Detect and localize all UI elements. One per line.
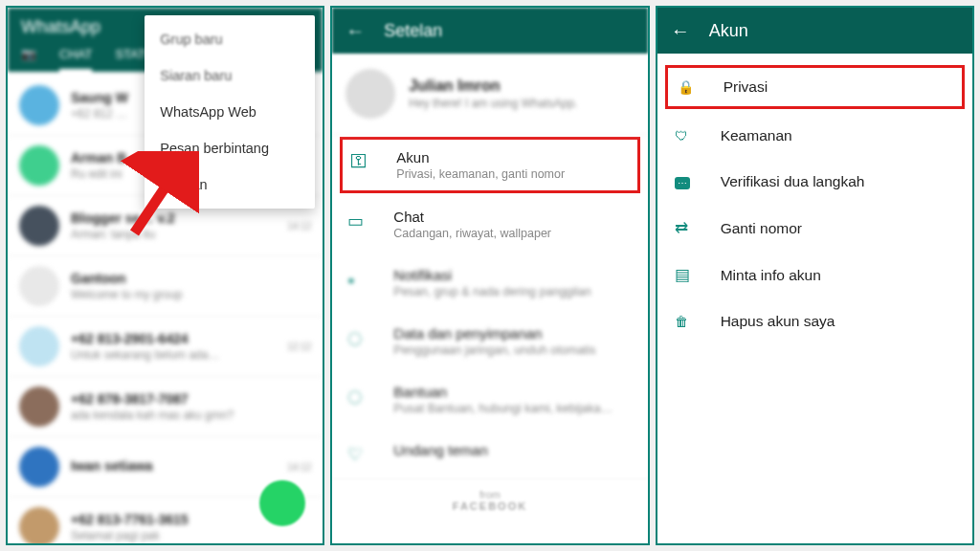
panel-settings: ← Setelan Julian Imron Hey there! I am u… — [330, 6, 649, 545]
chat-label: Chat — [393, 209, 551, 225]
account-row-security[interactable]: Keamanan — [657, 113, 972, 159]
account-label: Akun — [396, 149, 565, 165]
data-icon — [347, 327, 372, 348]
chat-row[interactable]: +62 813-2901-6424Untuk sekarang belum ad… — [8, 317, 323, 377]
account-row-two-step[interactable]: Verifikasi dua langkah — [657, 159, 972, 205]
account-header: ← Akun — [657, 8, 972, 54]
two-step-label: Verifikasi dua langkah — [721, 173, 865, 190]
invite-icon — [347, 444, 372, 465]
account-list: Privasi Keamanan Verifikasi dua langkah … — [657, 54, 972, 344]
settings-footer: from FACEBOOK — [332, 478, 647, 521]
privacy-label: Privasi — [724, 78, 768, 96]
panel-account: ← Akun Privasi Keamanan Verifikasi dua l… — [656, 6, 974, 545]
account-row-change-number[interactable]: Ganti nomor — [657, 205, 972, 252]
chat-row[interactable]: +62 878-3817-7087ada kendala kah mas aku… — [8, 377, 323, 437]
settings-row-invite[interactable]: Undang teman — [332, 429, 647, 478]
request-info-label: Minta info akun — [721, 267, 821, 284]
change-number-label: Ganti nomor — [721, 220, 802, 237]
delete-label: Hapus akun saya — [721, 313, 835, 330]
help-icon — [347, 386, 372, 407]
avatar — [345, 69, 395, 119]
back-icon[interactable]: ← — [671, 21, 690, 40]
tab-camera[interactable]: 📷 — [21, 47, 36, 72]
menu-item-whatsapp-web[interactable]: WhatsApp Web — [145, 94, 315, 130]
chat-row[interactable]: GantoonWelcome to my group — [8, 256, 323, 317]
account-row-delete[interactable]: Hapus akun saya — [657, 298, 972, 344]
annotation-arrow-icon — [113, 151, 199, 237]
document-icon — [675, 265, 696, 285]
header-title: Setelan — [384, 21, 442, 41]
back-icon[interactable]: ← — [345, 21, 365, 40]
swap-icon — [675, 218, 696, 238]
settings-row-notifications[interactable]: Notifikasi Pesan, grup & nada dering pan… — [332, 253, 647, 312]
menu-item-new-group[interactable]: Grup baru — [145, 21, 315, 57]
settings-row-account[interactable]: Akun Privasi, keamanan, ganti nomor — [340, 137, 639, 193]
lock-icon — [678, 77, 699, 97]
chat-sub: Cadangan, riwayat, wallpaper — [393, 227, 551, 240]
tab-chat[interactable]: CHAT — [59, 47, 92, 72]
profile-status: Hey there! I am using WhatsApp. — [409, 97, 577, 110]
shield-icon — [675, 126, 696, 145]
settings-row-chat[interactable]: Chat Cadangan, riwayat, wallpaper — [332, 195, 647, 253]
account-sub: Privasi, keamanan, ganti nomor — [396, 167, 565, 181]
dots-icon — [675, 172, 696, 191]
account-row-privacy[interactable]: Privasi — [665, 65, 965, 109]
menu-item-new-broadcast[interactable]: Siaran baru — [145, 57, 315, 94]
settings-row-data[interactable]: Data dan penyimpanan Penggunaan jaringan… — [332, 312, 647, 370]
header-title: Akun — [709, 21, 748, 41]
profile-row[interactable]: Julian Imron Hey there! I am using Whats… — [332, 54, 647, 135]
settings-header: ← Setelan — [332, 8, 647, 54]
new-chat-fab[interactable] — [259, 480, 305, 526]
svg-line-0 — [135, 173, 175, 233]
trash-icon — [675, 312, 696, 331]
bell-icon — [347, 269, 372, 289]
settings-row-help[interactable]: Bantuan Pusat Bantuan, hubungi kami, keb… — [332, 370, 647, 429]
key-icon — [350, 151, 375, 171]
panel-chat-list: WhatsApp 📷 CHAT STATUS Saung W+62 812 … … — [6, 6, 324, 545]
account-row-request-info[interactable]: Minta info akun — [657, 252, 972, 298]
chat-icon — [347, 210, 372, 231]
security-label: Keamanan — [721, 127, 792, 144]
profile-name: Julian Imron — [409, 77, 577, 95]
